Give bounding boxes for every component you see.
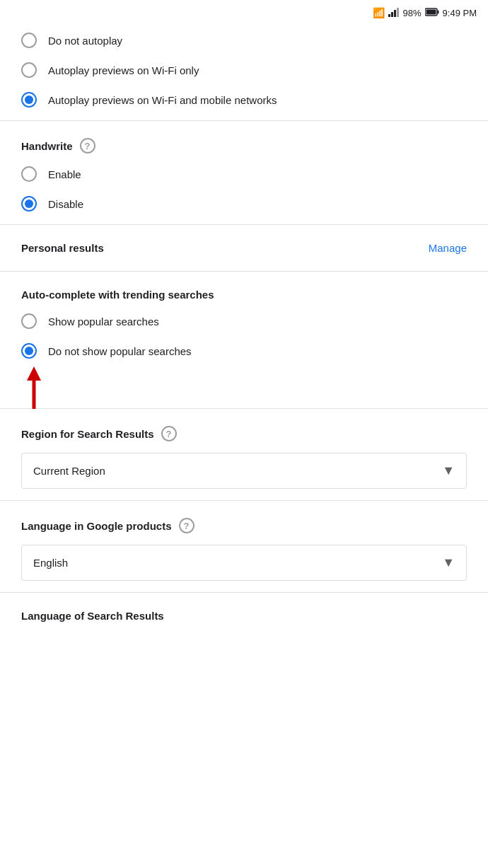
battery-percentage: 98% [403, 8, 422, 18]
handwrite-enable-radio[interactable] [21, 166, 37, 182]
svg-rect-2 [394, 10, 396, 17]
personal-results-section: Personal results Manage [0, 231, 488, 265]
language-google-help-icon[interactable]: ? [179, 518, 194, 533]
language-google-value: English [33, 557, 68, 569]
autocomplete-section: Auto-complete with trending searches Sho… [0, 277, 488, 366]
language-google-arrow-icon: ▼ [442, 555, 455, 570]
autocomplete-no-popular-option[interactable]: Do not show popular searches [21, 336, 467, 366]
language-google-dropdown[interactable]: English ▼ [21, 545, 467, 581]
region-search-title: Region for Search Results [21, 428, 154, 440]
handwrite-disable-radio[interactable] [21, 196, 37, 212]
handwrite-disable-option[interactable]: Disable [21, 189, 467, 219]
language-google-header: Language in Google products ? [21, 507, 467, 539]
autoplay-no-autoplay-label: Do not autoplay [48, 35, 122, 47]
divider-5 [0, 500, 488, 501]
autocomplete-no-popular-container: Do not show popular searches [21, 336, 467, 366]
region-search-section: Region for Search Results ? Current Regi… [0, 415, 488, 489]
autoplay-wifi-only-radio[interactable] [21, 62, 37, 78]
svg-rect-0 [388, 14, 390, 17]
handwrite-disable-label: Disable [48, 198, 83, 210]
divider-2 [0, 224, 488, 225]
personal-results-row: Personal results Manage [21, 231, 467, 265]
handwrite-help-icon[interactable]: ? [80, 138, 95, 154]
language-search-section: Language of Search Results [0, 598, 488, 627]
autoplay-wifi-mobile-label: Autoplay previews on Wi-Fi and mobile ne… [48, 94, 277, 106]
handwrite-enable-option[interactable]: Enable [21, 159, 467, 189]
status-time: 9:49 PM [443, 8, 477, 18]
region-search-arrow-icon: ▼ [442, 463, 455, 478]
autocomplete-no-popular-label: Do not show popular searches [48, 345, 192, 357]
personal-results-title: Personal results [21, 242, 104, 254]
red-arrow-annotation [24, 363, 45, 415]
autocomplete-show-popular-option[interactable]: Show popular searches [21, 306, 467, 336]
settings-content: Do not autoplay Autoplay previews on Wi-… [0, 25, 488, 627]
svg-marker-8 [27, 366, 41, 381]
divider-1 [0, 120, 488, 121]
signal-icon [388, 7, 400, 19]
wifi-icon: 📶 [373, 7, 385, 18]
region-search-help-icon[interactable]: ? [161, 426, 177, 441]
autoplay-section: Do not autoplay Autoplay previews on Wi-… [0, 25, 488, 115]
handwrite-section: Handwrite ? Enable Disable [0, 127, 488, 219]
autocomplete-show-popular-radio[interactable] [21, 313, 37, 329]
autoplay-wifi-mobile-option[interactable]: Autoplay previews on Wi-Fi and mobile ne… [21, 85, 467, 115]
svg-rect-6 [426, 9, 436, 14]
autoplay-no-autoplay-radio[interactable] [21, 33, 37, 48]
handwrite-header: Handwrite ? [21, 127, 467, 159]
language-google-section: Language in Google products ? English ▼ [0, 507, 488, 581]
language-search-title: Language of Search Results [21, 610, 164, 622]
autocomplete-title: Auto-complete with trending searches [21, 289, 214, 301]
svg-rect-5 [437, 10, 438, 13]
handwrite-enable-label: Enable [48, 168, 81, 180]
divider-3 [0, 271, 488, 272]
autocomplete-header: Auto-complete with trending searches [21, 277, 467, 306]
region-search-header: Region for Search Results ? [21, 415, 467, 447]
region-search-value: Current Region [33, 465, 105, 477]
autoplay-no-autoplay-option[interactable]: Do not autoplay [21, 25, 467, 55]
autoplay-wifi-only-label: Autoplay previews on Wi-Fi only [48, 64, 199, 76]
autocomplete-no-popular-radio[interactable] [21, 343, 37, 359]
status-bar: 📶 98% 9:49 PM [0, 0, 488, 25]
status-icons: 📶 98% 9:49 PM [373, 7, 477, 19]
language-search-header: Language of Search Results [21, 598, 467, 627]
battery-icon [425, 8, 439, 18]
autoplay-wifi-mobile-radio[interactable] [21, 92, 37, 108]
manage-link[interactable]: Manage [429, 242, 467, 254]
divider-4 [0, 408, 488, 409]
region-search-dropdown[interactable]: Current Region ▼ [21, 453, 467, 489]
svg-rect-3 [397, 8, 399, 17]
handwrite-title: Handwrite [21, 140, 73, 152]
svg-rect-1 [391, 12, 393, 17]
autocomplete-show-popular-label: Show popular searches [48, 316, 159, 328]
divider-6 [0, 592, 488, 593]
language-google-title: Language in Google products [21, 520, 172, 532]
autoplay-wifi-only-option[interactable]: Autoplay previews on Wi-Fi only [21, 55, 467, 85]
